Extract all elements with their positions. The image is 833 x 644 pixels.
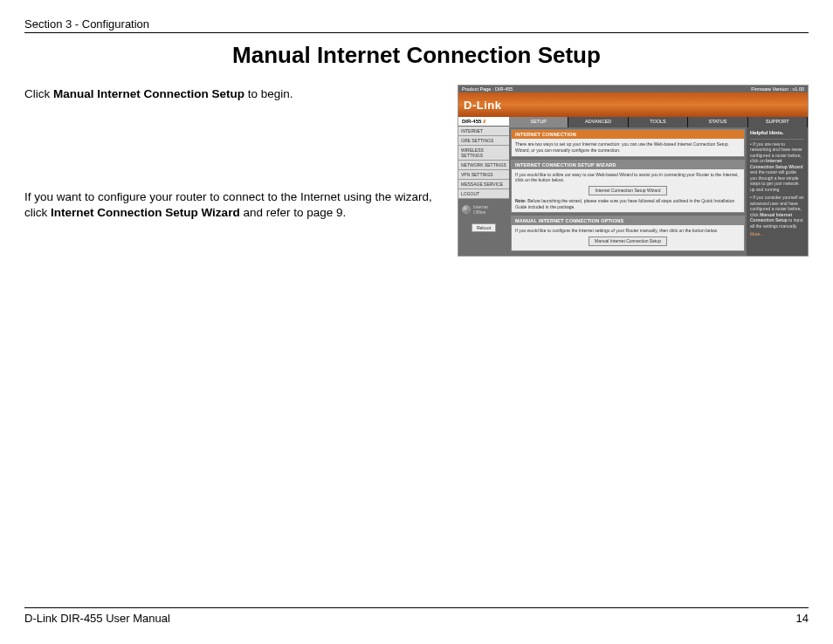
hint-bullet-1: • If you are new to networking and have …	[750, 141, 804, 193]
router-main: SETUP ADVANCED TOOLS STATUS SUPPORT INTE…	[509, 117, 808, 256]
router-tabs: SETUP ADVANCED TOOLS STATUS SUPPORT	[509, 117, 808, 127]
sidebar-item-message[interactable]: MESSAGE SERVICE	[458, 180, 509, 189]
bold-text: Manual Internet Connection Setup	[53, 87, 244, 100]
panel-text: If you would like to utilize our easy to…	[515, 172, 739, 183]
globe-icon	[462, 205, 471, 214]
instruction-paragraph-2: If you want to configure your router to …	[24, 189, 444, 221]
panel-text: If you would like to configure the Inter…	[515, 228, 718, 233]
panel-head: INTERNET CONNECTION	[512, 130, 744, 139]
router-topbar: Product Page : DIR-455 Firmware Version …	[458, 86, 808, 92]
tab-advanced[interactable]: ADVANCED	[568, 117, 628, 127]
text: and refer to page 9.	[240, 206, 347, 219]
helpful-hints: Helpful Hints. • If you are new to netwo…	[747, 127, 808, 256]
panel-body: If you would like to configure the Inter…	[512, 225, 744, 250]
router-columns: INTERNET CONNECTION There are two ways t…	[509, 127, 808, 256]
router-ui: Product Page : DIR-455 Firmware Version …	[458, 86, 808, 256]
stripes-icon: ///	[483, 119, 485, 124]
tab-status[interactable]: STATUS	[688, 117, 747, 127]
text: Click	[24, 87, 53, 100]
hints-heading: Helpful Hints.	[750, 130, 804, 140]
text: to begin.	[244, 87, 293, 100]
note-text: Before launching the wizard, please make…	[515, 198, 734, 209]
panel-wizard: INTERNET CONNECTION SETUP WIZARD If you …	[511, 160, 745, 214]
panel-body: There are two ways to set up your Intern…	[512, 139, 744, 156]
hint-bullet-2: • If you consider yourself an advanced u…	[750, 195, 804, 229]
page-title: Manual Internet Connection Setup	[24, 42, 809, 69]
tab-tools[interactable]: TOOLS	[629, 117, 688, 127]
wizard-button[interactable]: Internet Connection Setup Wizard	[589, 186, 666, 195]
router-body: DIR-455 /// INTERNET GRE SETTINGS WIRELE…	[458, 117, 808, 256]
panel-head: INTERNET CONNECTION SETUP WIZARD	[512, 161, 744, 169]
firmware-version-label: Firmware Version : v1.00	[751, 86, 804, 92]
model-text: DIR-455	[462, 119, 481, 124]
reboot-button[interactable]: Reboot	[472, 223, 496, 232]
tab-setup[interactable]: SETUP	[509, 117, 568, 127]
sidebar-item-wireless[interactable]: WIRELESS SETTINGS	[458, 146, 509, 161]
instruction-column: Click Manual Internet Connection Setup t…	[24, 85, 444, 222]
router-content: INTERNET CONNECTION There are two ways t…	[509, 127, 747, 256]
note: Note: Before launching the wizard, pleas…	[515, 198, 740, 210]
tab-support[interactable]: SUPPORT	[748, 117, 808, 127]
brand-banner: D-Link	[458, 92, 808, 117]
content-row: Click Manual Internet Connection Setup t…	[24, 85, 809, 257]
section-header: Section 3 - Configuration	[24, 17, 809, 33]
router-screenshot: Product Page : DIR-455 Firmware Version …	[458, 85, 809, 257]
manual-setup-button[interactable]: Manual Internet Connection Setup	[589, 236, 667, 246]
model-label: DIR-455 ///	[458, 117, 509, 127]
bold-text: Internet Connection Setup Wizard	[51, 206, 240, 219]
instruction-paragraph-1: Click Manual Internet Connection Setup t…	[24, 86, 444, 102]
sidebar-item-logout[interactable]: LOGOUT	[458, 189, 509, 199]
footer-page-number: 14	[796, 612, 809, 625]
text: and the router will guide you through a …	[750, 169, 799, 192]
footer-manual-name: D-Link DIR-455 User Manual	[24, 612, 170, 625]
product-page-label: Product Page : DIR-455	[462, 86, 513, 92]
sidebar-item-network[interactable]: NETWORK SETTINGS	[458, 161, 509, 170]
sidebar-item-internet[interactable]: INTERNET	[458, 127, 509, 136]
panel-body: If you would like to utilize our easy to…	[512, 169, 744, 213]
sidebar-item-gre[interactable]: GRE SETTINGS	[458, 136, 509, 146]
more-link[interactable]: More...	[750, 231, 804, 237]
panel-manual: MANUAL INTERNET CONNECTION OPTIONS If yo…	[511, 216, 745, 251]
internet-status: Internet Offline	[458, 199, 509, 220]
panel-head: MANUAL INTERNET CONNECTION OPTIONS	[512, 216, 744, 225]
status-line2: Offline	[473, 209, 485, 215]
sidebar-item-vpn[interactable]: VPN SETTINGS	[458, 170, 509, 180]
panel-internet-connection: INTERNET CONNECTION There are two ways t…	[511, 129, 745, 157]
page-footer: D-Link DIR-455 User Manual 14	[24, 607, 809, 625]
note-label: Note:	[515, 198, 527, 203]
status-text: Internet Offline	[473, 204, 488, 215]
router-sidebar: DIR-455 /// INTERNET GRE SETTINGS WIRELE…	[458, 117, 509, 256]
